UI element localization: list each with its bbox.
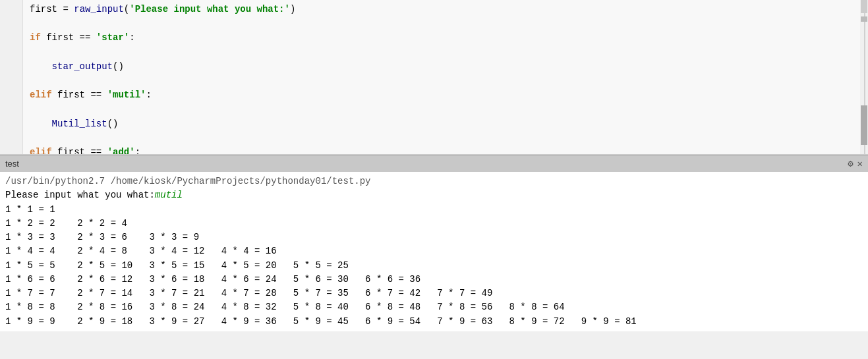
terminal-output-line-6: 1 * 6 = 6 2 * 6 = 12 3 * 6 = 18 4 * 6 = … (5, 274, 420, 285)
terminal-section: test ⚙ ✕ /usr/bin/python2.7 /home/kiosk/… (0, 155, 868, 331)
terminal-command: /usr/bin/python2.7 /home/kiosk/PycharmPr… (5, 176, 371, 186)
terminal-output-line-1: 1 * 1 = 1 (5, 204, 55, 215)
terminal-tab-label[interactable]: test (5, 159, 19, 169)
editor-scrollbar[interactable] (860, 0, 868, 154)
terminal-body: /usr/bin/python2.7 /home/kiosk/PycharmPr… (0, 172, 868, 331)
terminal-output-line-3: 1 * 3 = 3 2 * 3 = 6 3 * 3 = 9 (5, 232, 199, 242)
code-content: first = raw_input('Please input what you… (23, 0, 868, 154)
terminal-output-line-8: 1 * 8 = 8 2 * 8 = 16 3 * 8 = 24 4 * 8 = … (5, 302, 565, 312)
terminal-header: test ⚙ ✕ (0, 155, 868, 172)
terminal-output-line-2: 1 * 2 = 2 2 * 2 = 4 (5, 218, 127, 229)
terminal-output-line-7: 1 * 7 = 7 2 * 7 = 14 3 * 7 = 21 4 * 7 = … (5, 288, 492, 298)
close-icon[interactable]: ✕ (857, 158, 863, 169)
terminal-output-line-4: 1 * 4 = 4 2 * 4 = 8 3 * 4 = 12 4 * 4 = 1… (5, 246, 277, 256)
terminal-toolbar: ⚙ ✕ (848, 158, 863, 169)
terminal-output-line-5: 1 * 5 = 5 2 * 5 = 10 3 * 5 = 15 4 * 5 = … (5, 260, 349, 271)
terminal-prompt: Please input what you what:mutil (5, 190, 183, 200)
scrollbar-middle (861, 16, 867, 22)
settings-icon[interactable]: ⚙ (848, 158, 853, 169)
scrollbar-thumb-top[interactable] (861, 0, 867, 13)
terminal-output-line-9: 1 * 9 = 9 2 * 9 = 18 3 * 9 = 27 4 * 9 = … (5, 316, 637, 327)
code-editor[interactable]: first = raw_input('Please input what you… (0, 0, 868, 155)
scrollbar-thumb-main[interactable] (861, 105, 867, 145)
line-numbers (0, 0, 23, 154)
